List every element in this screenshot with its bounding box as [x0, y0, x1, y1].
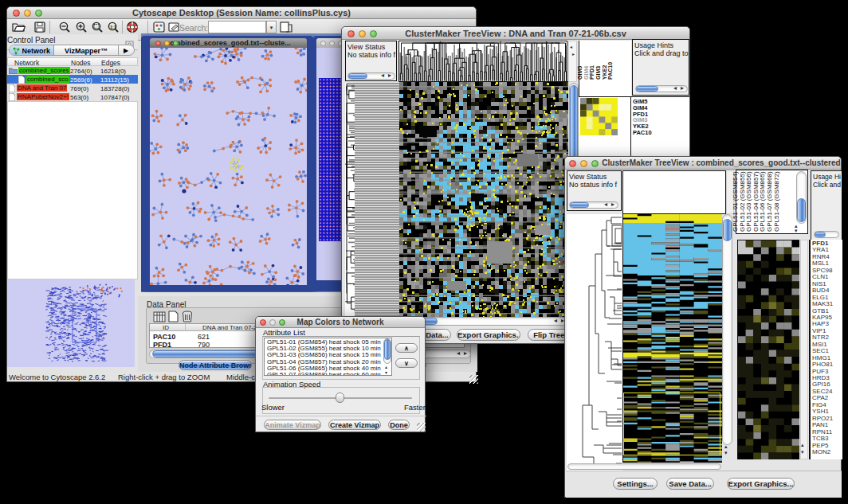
- svg-text:1:1: 1:1: [110, 25, 116, 29]
